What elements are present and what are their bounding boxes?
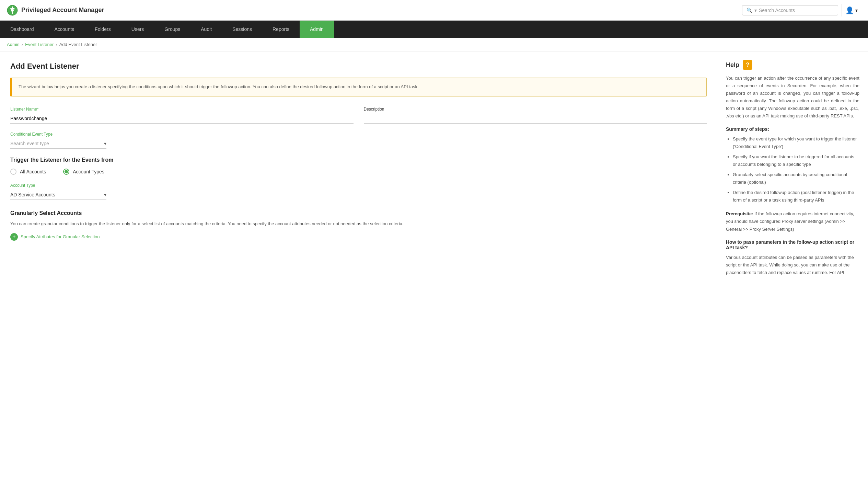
chevron-down-icon <box>104 141 106 146</box>
description-label: Description <box>364 107 707 112</box>
left-content: Add Event Listener The wizard below help… <box>0 52 717 491</box>
main-layout: Add Event Listener The wizard below help… <box>0 52 868 491</box>
svg-point-1 <box>11 9 14 12</box>
nav-accounts[interactable]: Accounts <box>44 21 85 38</box>
radio-circle-all <box>10 169 16 175</box>
trigger-section-title: Trigger the Listener for the Events from <box>10 157 707 163</box>
conditional-event-dropdown[interactable]: Search event type <box>10 139 106 149</box>
search-area[interactable]: 🔍 ▾ Search Accounts <box>742 5 838 15</box>
help-summary-title: Summary of steps: <box>726 126 859 132</box>
radio-all-label: All Accounts <box>20 169 46 174</box>
radio-dot <box>65 170 68 173</box>
granular-section: Granularly Select Accounts You can creat… <box>10 210 707 241</box>
help-list-item-4: Define the desired followup action (post… <box>733 189 859 204</box>
listener-name-input[interactable] <box>10 114 354 124</box>
search-placeholder-text: Search Accounts <box>759 8 795 13</box>
help-list-item-2: Specify if you want the listener to be t… <box>733 153 859 168</box>
help-how-text: Various account attributes can be passed… <box>726 254 859 276</box>
breadcrumb-current: Add Event Listener <box>59 42 97 47</box>
radio-circle-types <box>63 169 69 175</box>
listener-name-group: Listener Name* <box>10 107 354 124</box>
description-input[interactable] <box>364 114 707 124</box>
help-prereq: Prerequisite: If the followup action req… <box>726 210 859 233</box>
nav-reports[interactable]: Reports <box>262 21 300 38</box>
nav-dashboard[interactable]: Dashboard <box>0 21 44 38</box>
page-title: Add Event Listener <box>10 62 707 71</box>
nav-sessions[interactable]: Sessions <box>222 21 262 38</box>
name-description-row: Listener Name* Description <box>10 107 707 124</box>
help-header: Help ? <box>726 60 859 70</box>
breadcrumb-event-listener[interactable]: Event Listener <box>25 42 54 47</box>
nav-users[interactable]: Users <box>121 21 154 38</box>
nav-admin[interactable]: Admin <box>300 21 334 38</box>
nav-folders[interactable]: Folders <box>84 21 121 38</box>
header-right: 🔍 ▾ Search Accounts 👤 ▾ <box>742 4 861 16</box>
radio-group: All Accounts Account Types <box>10 169 707 175</box>
user-menu[interactable]: 👤 ▾ <box>842 4 861 16</box>
listener-name-label: Listener Name* <box>10 107 354 112</box>
help-list-item-1: Specify the event type for which you wan… <box>733 135 859 150</box>
granular-desc: You can create granular conditions to tr… <box>10 220 707 228</box>
account-type-group: Account Type AD Service Accounts <box>10 183 707 200</box>
account-type-chevron-icon <box>104 192 106 197</box>
breadcrumb: Admin › Event Listener › Add Event Liste… <box>0 38 868 52</box>
specify-link-label: Specify Attributes for Granular Selectio… <box>21 234 100 239</box>
user-icon: 👤 <box>845 6 854 14</box>
account-type-dropdown[interactable]: AD Service Accounts <box>10 190 106 200</box>
user-chevron-icon: ▾ <box>855 8 858 13</box>
app-title: Privileged Account Manager <box>21 7 104 14</box>
account-type-value: AD Service Accounts <box>10 192 55 197</box>
logo-icon <box>7 5 18 16</box>
nav-audit[interactable]: Audit <box>190 21 222 38</box>
help-list-item-3: Granularly select specific accounts by c… <box>733 171 859 186</box>
help-question-icon: ? <box>743 60 752 70</box>
radio-account-types[interactable]: Account Types <box>63 169 104 175</box>
breadcrumb-admin[interactable]: Admin <box>7 42 20 47</box>
plus-icon: + <box>10 233 18 241</box>
search-toggle[interactable]: ▾ <box>754 8 757 13</box>
info-text: The wizard below helps you create a list… <box>19 84 419 89</box>
description-group: Description <box>364 107 707 124</box>
granular-title: Granularly Select Accounts <box>10 210 707 216</box>
breadcrumb-sep-2: › <box>56 42 57 47</box>
help-list: Specify the event type for which you wan… <box>726 135 859 204</box>
radio-all-accounts[interactable]: All Accounts <box>10 169 46 175</box>
help-title: Help <box>726 61 739 69</box>
radio-types-label: Account Types <box>73 169 104 174</box>
info-box: The wizard below helps you create a list… <box>10 78 707 96</box>
conditional-event-value: Search event type <box>10 141 49 146</box>
help-intro: You can trigger an action after the occu… <box>726 75 859 120</box>
breadcrumb-sep-1: › <box>22 42 23 47</box>
specify-link[interactable]: + Specify Attributes for Granular Select… <box>10 233 707 241</box>
search-icon: 🔍 <box>747 8 752 13</box>
nav-groups[interactable]: Groups <box>154 21 190 38</box>
account-type-label: Account Type <box>10 183 707 188</box>
main-nav: Dashboard Accounts Folders Users Groups … <box>0 21 868 38</box>
app-header: Privileged Account Manager 🔍 ▾ Search Ac… <box>0 0 868 21</box>
conditional-event-group: Conditional Event Type Search event type <box>10 132 707 149</box>
help-how-title: How to pass parameters in the follow-up … <box>726 239 859 250</box>
help-panel: Help ? You can trigger an action after t… <box>717 52 868 491</box>
help-prereq-label: Prerequisite: <box>726 211 753 216</box>
conditional-event-label: Conditional Event Type <box>10 132 707 137</box>
app-logo: Privileged Account Manager <box>7 5 104 16</box>
